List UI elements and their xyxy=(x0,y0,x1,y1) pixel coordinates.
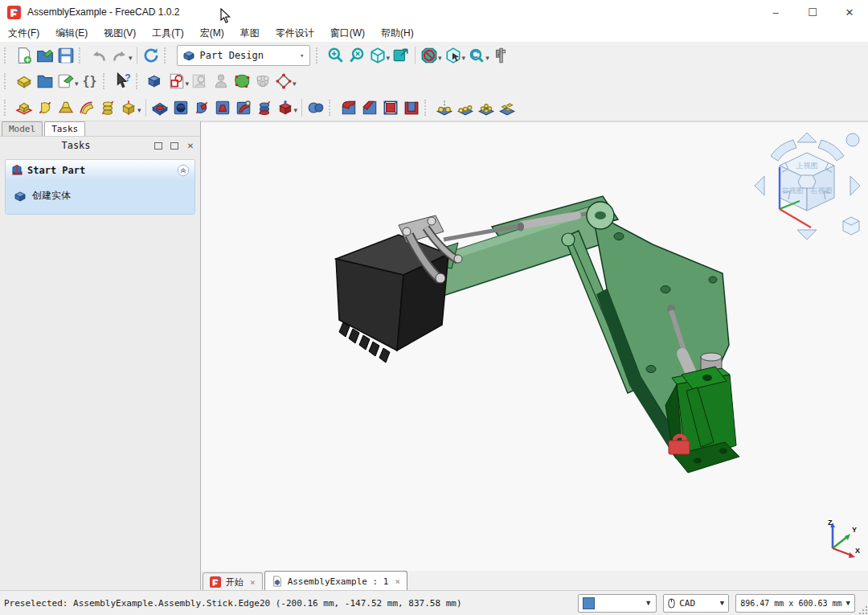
subtractive-primitive-dropdown-icon[interactable]: ▾ xyxy=(294,106,298,114)
chamfer-button[interactable] xyxy=(359,97,380,118)
menu-sketch[interactable]: 草图 xyxy=(232,24,268,43)
polar-pattern-button[interactable] xyxy=(476,97,497,118)
workbench-selector[interactable]: Part Design ▾ xyxy=(177,45,310,66)
toolbar-grip[interactable] xyxy=(79,47,84,64)
mini-cube-icon[interactable] xyxy=(843,217,859,235)
arrow-left-icon[interactable] xyxy=(755,176,764,195)
open-file-button[interactable] xyxy=(35,45,55,66)
additive-primitive-button[interactable] xyxy=(118,97,139,118)
create-solid-task[interactable]: 创建实体 xyxy=(10,187,190,204)
close-button[interactable]: ✕ xyxy=(831,0,868,24)
measure-button[interactable] xyxy=(490,45,511,66)
menu-view[interactable]: 视图(V) xyxy=(96,24,144,43)
box-zoom-button[interactable] xyxy=(391,45,411,66)
minimize-button[interactable]: – xyxy=(757,0,794,24)
subtractive-pipe-button[interactable] xyxy=(233,97,254,118)
arrow-up-icon[interactable] xyxy=(797,133,817,142)
view-dropdown-icon[interactable]: ▾ xyxy=(387,54,391,62)
create-sketch-button[interactable] xyxy=(166,71,187,92)
clipping-plane-button[interactable] xyxy=(419,45,440,66)
mirrored-button[interactable] xyxy=(434,97,455,118)
subtractive-loft-button[interactable] xyxy=(212,97,233,118)
menu-file[interactable]: 文件(F) xyxy=(0,24,47,43)
zoom-selection-button[interactable] xyxy=(346,45,367,66)
map-sketch-button[interactable] xyxy=(190,71,211,92)
dock-tab-model[interactable]: Model xyxy=(2,121,43,136)
tab-close-icon[interactable]: × xyxy=(250,577,256,588)
dock-tab-tasks[interactable]: Tasks xyxy=(44,121,85,136)
maximize-button[interactable]: ☐ xyxy=(794,0,831,24)
navigation-style-selector[interactable]: CAD ▼ xyxy=(663,594,729,613)
fillet-button[interactable] xyxy=(338,97,359,118)
revolution-button[interactable] xyxy=(35,97,55,118)
create-part-button[interactable] xyxy=(14,71,35,92)
tab-start-page[interactable]: 开始 × xyxy=(203,572,263,591)
viewcube-dropdown-icon[interactable]: ▾ xyxy=(462,54,466,62)
toolbar-grip[interactable] xyxy=(316,47,321,64)
subtractive-helix-button[interactable] xyxy=(254,97,275,118)
resize-grip[interactable] xyxy=(858,605,867,614)
additive-pipe-button[interactable] xyxy=(76,97,97,118)
zoomsync-dropdown-icon[interactable]: ▾ xyxy=(485,54,489,62)
save-button[interactable] xyxy=(55,45,76,66)
zoom-sync-button[interactable] xyxy=(466,45,487,66)
expression-button[interactable]: {} xyxy=(80,71,100,92)
panel-float-icon[interactable] xyxy=(168,140,181,151)
rotate-right-arrow-icon[interactable] xyxy=(818,140,844,161)
fit-all-button[interactable] xyxy=(326,45,346,66)
dimension-selector[interactable]: 896.47 mm x 600.63 mm ▼ xyxy=(735,594,855,613)
panel-minimize-icon[interactable] xyxy=(152,140,165,151)
isometric-view-button[interactable] xyxy=(367,45,388,66)
additive-primitive-dropdown-icon[interactable]: ▾ xyxy=(137,106,141,114)
menu-window[interactable]: 窗口(W) xyxy=(322,24,373,43)
draft-button[interactable] xyxy=(380,97,401,118)
toolbar-grip[interactable] xyxy=(329,100,334,116)
navigation-cube[interactable]: 上视图 前视图 右视图 xyxy=(753,132,862,240)
make-link-button[interactable] xyxy=(55,71,76,92)
groove-button[interactable] xyxy=(191,97,212,118)
thickness-button[interactable] xyxy=(401,97,422,118)
menu-macro[interactable]: 宏(M) xyxy=(192,24,232,43)
menu-help[interactable]: 帮助(H) xyxy=(373,24,422,43)
toolbar-grip[interactable] xyxy=(4,47,10,64)
attach-sketch-button[interactable] xyxy=(211,71,231,92)
link-dropdown-icon[interactable]: ▾ xyxy=(75,80,79,88)
datum-dropdown-icon[interactable]: ▾ xyxy=(293,80,297,88)
menu-tools[interactable]: 工具(T) xyxy=(144,24,191,43)
3d-viewport[interactable]: 上视图 前视图 右视图 Z Y X xyxy=(201,121,868,571)
toolbar-grip[interactable] xyxy=(136,73,141,89)
boolean-button[interactable] xyxy=(305,97,326,118)
hole-button[interactable] xyxy=(170,97,191,118)
toolbar-grip[interactable] xyxy=(103,73,108,89)
pocket-button[interactable] xyxy=(149,97,170,118)
panel-close-icon[interactable]: ✕ xyxy=(184,140,197,151)
create-group-button[interactable] xyxy=(35,71,55,92)
toolbar-grip[interactable] xyxy=(164,47,170,64)
new-document-button[interactable] xyxy=(14,45,35,66)
linear-pattern-button[interactable] xyxy=(455,97,476,118)
view-cube-button[interactable] xyxy=(443,45,464,66)
sketch-dropdown-icon[interactable]: ▾ xyxy=(186,80,190,88)
create-body-button[interactable] xyxy=(145,71,166,92)
redo-button[interactable] xyxy=(109,45,130,66)
toolbar-grip[interactable] xyxy=(4,73,10,89)
multi-transform-button[interactable] xyxy=(497,97,518,118)
create-datum-button[interactable] xyxy=(273,71,294,92)
clipping-dropdown-icon[interactable]: ▾ xyxy=(438,54,442,62)
refresh-button[interactable] xyxy=(141,45,162,66)
whats-this-button[interactable]: ? xyxy=(113,71,133,92)
menu-edit[interactable]: 编辑(E) xyxy=(47,24,96,43)
draw-style-selector[interactable]: ▼ xyxy=(578,594,657,613)
redo-dropdown-icon[interactable]: ▾ xyxy=(129,54,133,62)
nav-circle-icon[interactable] xyxy=(846,133,859,146)
pad-button[interactable] xyxy=(14,97,35,118)
undo-button[interactable] xyxy=(88,45,109,66)
rotate-left-arrow-icon[interactable] xyxy=(771,140,796,161)
arrow-right-icon[interactable] xyxy=(850,176,860,195)
validate-sketch-button[interactable] xyxy=(231,71,252,92)
bucket-part[interactable] xyxy=(336,235,448,363)
tab-assembly-document[interactable]: AssemblyExample : 1 × xyxy=(264,571,407,591)
arrow-down-icon[interactable] xyxy=(797,230,817,240)
additive-loft-button[interactable] xyxy=(55,97,76,118)
start-part-header[interactable]: Start Part xyxy=(6,160,194,181)
